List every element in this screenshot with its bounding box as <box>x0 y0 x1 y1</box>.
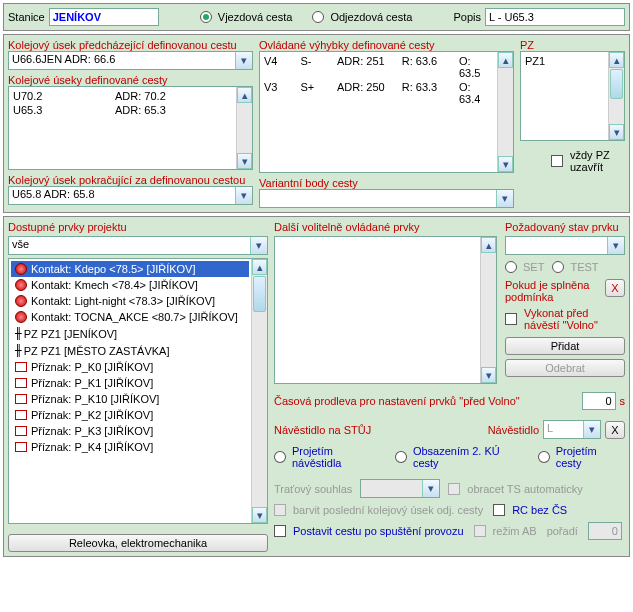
radio-icon <box>274 451 286 463</box>
vjezdova-radio[interactable]: Vjezdová cesta <box>200 11 293 23</box>
radio-off-icon <box>312 11 324 23</box>
radio-icon <box>505 261 517 273</box>
scrollbar[interactable]: ▴▾ <box>236 87 252 169</box>
set-radio: SET <box>505 261 544 273</box>
stav-combo[interactable]: ▾ <box>505 236 625 255</box>
checkbox-icon <box>448 483 460 495</box>
bullet-icon <box>15 311 27 323</box>
kol-pokr-combo[interactable]: U65.8 ADR: 65.8▾ <box>8 186 253 205</box>
checkbox-icon <box>493 504 505 516</box>
stanice-label: Stanice <box>8 11 45 23</box>
scroll-up-icon[interactable]: ▴ <box>237 87 252 103</box>
clear-navestidlo-button[interactable]: X <box>605 421 625 439</box>
pokud-label: Pokud je splněna podmínka <box>505 279 601 303</box>
rc-check[interactable]: RC bez ČS <box>493 504 567 516</box>
chevron-down-icon[interactable]: ▾ <box>496 190 513 207</box>
section-tracks: Kolejový úsek předcházející definovanou … <box>3 34 630 213</box>
poradi-label: pořadí <box>547 525 578 537</box>
scroll-up-icon[interactable]: ▴ <box>609 52 624 68</box>
dostupne-label: Dostupné prvky projektu <box>8 221 268 233</box>
scroll-up-icon[interactable]: ▴ <box>252 259 267 275</box>
flag-icon <box>15 394 27 404</box>
dostupne-combo[interactable]: vše▾ <box>8 236 268 255</box>
list-item[interactable]: U70.2ADR: 70.2 <box>11 89 234 103</box>
list-item[interactable]: V4S-ADR: 251R: 63.6O: 63.5 <box>262 54 495 80</box>
pz-label: PZ <box>520 39 625 51</box>
dostupne-list[interactable]: Kontakt: Kdepo <78.5> [JIŘÍKOV]Kontakt: … <box>8 258 268 524</box>
scrollbar[interactable]: ▴▾ <box>608 52 624 140</box>
clear-condition-button[interactable]: X <box>605 279 625 297</box>
pridat-button[interactable]: Přidat <box>505 337 625 355</box>
pz-check[interactable]: vždy PZ uzavřít <box>520 149 625 173</box>
scroll-up-icon[interactable]: ▴ <box>481 237 496 253</box>
chevron-down-icon[interactable]: ▾ <box>583 421 600 438</box>
scroll-down-icon[interactable]: ▾ <box>237 153 252 169</box>
dalsi-list[interactable]: ▴▾ <box>274 236 497 384</box>
vyhybky-list[interactable]: V4S-ADR: 251R: 63.6O: 63.5 V3S+ADR: 250R… <box>259 51 514 173</box>
list-item[interactable]: Příznak: P_K0 [JIŘÍKOV] <box>11 359 249 375</box>
chevron-down-icon[interactable]: ▾ <box>607 237 624 254</box>
scrollbar[interactable]: ▴▾ <box>497 52 513 172</box>
casova-input[interactable] <box>582 392 616 410</box>
releovka-button[interactable]: Releovka, elektromechanika <box>8 534 268 552</box>
stanice-input[interactable] <box>49 8 159 26</box>
scroll-up-icon[interactable]: ▴ <box>498 52 513 68</box>
checkbox-icon <box>505 313 517 325</box>
kol-pred-combo[interactable]: U66.6JEN ADR: 66.6▾ <box>8 51 253 70</box>
scroll-down-icon[interactable]: ▾ <box>498 156 513 172</box>
scroll-thumb[interactable] <box>610 69 623 99</box>
list-item[interactable]: ╫PZ PZ1 [MĚSTO ZASTÁVKA] <box>11 342 249 359</box>
vykonat-check[interactable]: Vykonat před návěstí "Volno" <box>505 307 625 331</box>
list-item[interactable]: ╫PZ PZ1 [JENÍKOV] <box>11 325 249 342</box>
list-item[interactable]: Příznak: P_K4 [JIŘÍKOV] <box>11 439 249 455</box>
scrollbar[interactable]: ▴▾ <box>480 237 496 383</box>
list-item[interactable]: Kontakt: Kdepo <78.5> [JIŘÍKOV] <box>11 261 249 277</box>
odjezdova-radio[interactable]: Odjezdová cesta <box>312 11 412 23</box>
scroll-thumb[interactable] <box>253 276 266 312</box>
pz-list[interactable]: PZ1 ▴▾ <box>520 51 625 141</box>
test-radio: TEST <box>552 261 598 273</box>
flag-icon <box>15 362 27 372</box>
list-item-label: Příznak: P_K10 [JIŘÍKOV] <box>31 393 159 405</box>
list-item[interactable]: Kontakt: Light-night <78.3> [JIŘÍKOV] <box>11 293 249 309</box>
list-item-label: Příznak: P_K3 [JIŘÍKOV] <box>31 425 153 437</box>
scroll-down-icon[interactable]: ▾ <box>481 367 496 383</box>
kol-pred-label: Kolejový úsek předcházející definovanou … <box>8 39 253 51</box>
list-item[interactable]: PZ1 <box>523 54 606 68</box>
postavit-check[interactable]: Postavit cestu po spuštění provozu <box>274 525 464 537</box>
kol-pokr-label: Kolejový úsek pokračující za definovanou… <box>8 174 253 186</box>
list-item-label: Kontakt: Kdepo <78.5> [JIŘÍKOV] <box>31 263 196 275</box>
pozadovany-label: Požadovaný stav prvku <box>505 221 625 233</box>
list-item[interactable]: Příznak: P_K10 [JIŘÍKOV] <box>11 391 249 407</box>
checkbox-icon <box>474 525 486 537</box>
navestidlo-label: Návěstidlo <box>488 424 539 436</box>
checkbox-icon <box>551 155 563 167</box>
scroll-down-icon[interactable]: ▾ <box>252 507 267 523</box>
scroll-down-icon[interactable]: ▾ <box>609 124 624 140</box>
chevron-down-icon[interactable]: ▾ <box>250 237 267 254</box>
list-item[interactable]: Kontakt: Kmech <78.4> [JIŘÍKOV] <box>11 277 249 293</box>
list-item[interactable]: Příznak: P_K2 [JIŘÍKOV] <box>11 407 249 423</box>
list-item[interactable]: Kontakt: TOCNA_AKCE <80.7> [JIŘÍKOV] <box>11 309 249 325</box>
list-item[interactable]: Příznak: P_K3 [JIŘÍKOV] <box>11 423 249 439</box>
kol-def-list[interactable]: U70.2ADR: 70.2 U65.3ADR: 65.3 ▴▾ <box>8 86 253 170</box>
radio-icon <box>538 451 550 463</box>
chevron-down-icon[interactable]: ▾ <box>235 187 252 204</box>
variantni-combo[interactable]: ▾ <box>259 189 514 208</box>
list-item[interactable]: V3S+ADR: 250R: 63.3O: 63.4 <box>262 80 495 106</box>
list-item[interactable]: Příznak: P_K1 [JIŘÍKOV] <box>11 375 249 391</box>
navestidlo-combo[interactable]: L▾ <box>543 420 601 439</box>
rezim-check: režim AB <box>474 525 537 537</box>
obsazenim-radio[interactable]: Obsazením 2. KÚ cesty <box>395 445 528 469</box>
radio-icon <box>395 451 407 463</box>
scrollbar[interactable]: ▴▾ <box>251 259 267 523</box>
list-item[interactable]: U65.3ADR: 65.3 <box>11 103 234 117</box>
chevron-down-icon: ▾ <box>422 480 439 497</box>
popis-label: Popis <box>453 11 481 23</box>
projetim-nav-radio[interactable]: Projetím návěstidla <box>274 445 385 469</box>
section-elements: Dostupné prvky projektu vše▾ Kontakt: Kd… <box>3 216 630 557</box>
bullet-icon <box>15 279 27 291</box>
projetim-cesty-radio[interactable]: Projetím cesty <box>538 445 625 469</box>
popis-input[interactable] <box>485 8 625 26</box>
chevron-down-icon[interactable]: ▾ <box>235 52 252 69</box>
